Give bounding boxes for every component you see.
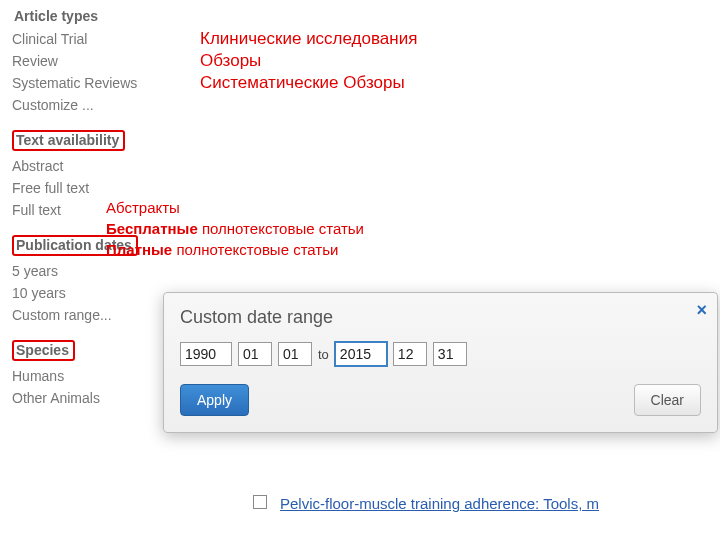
filter-systematic-reviews[interactable]: Systematic Reviews	[12, 72, 172, 94]
annotation-line: Платные полнотекстовые статьи	[106, 239, 364, 260]
apply-button[interactable]: Apply	[180, 384, 249, 416]
result-checkbox[interactable]	[253, 495, 267, 509]
filter-other-animals[interactable]: Other Animals	[12, 387, 172, 409]
filter-humans[interactable]: Humans	[12, 365, 172, 387]
custom-date-range-popup: × Custom date range to Apply Clear	[163, 292, 718, 433]
from-day-input[interactable]	[278, 342, 312, 366]
filter-clinical-trial[interactable]: Clinical Trial	[12, 28, 172, 50]
annotation-line: Абстракты	[106, 197, 364, 218]
filter-free-full-text[interactable]: Free full text	[12, 177, 172, 199]
popup-title: Custom date range	[180, 307, 701, 328]
section-header-text-availability: Text availability	[12, 130, 125, 151]
popup-actions: Apply Clear	[180, 384, 701, 416]
section-header-species: Species	[12, 340, 75, 361]
from-month-input[interactable]	[238, 342, 272, 366]
from-year-input[interactable]	[180, 342, 232, 366]
to-day-input[interactable]	[433, 342, 467, 366]
filter-custom-range[interactable]: Custom range...	[12, 304, 172, 326]
filter-review[interactable]: Review	[12, 50, 172, 72]
section-header-article-types: Article types	[12, 8, 100, 24]
annotation-article-types: Клинические исследования Обзоры Системат…	[200, 28, 417, 94]
result-link[interactable]: Pelvic-floor-muscle training adherence: …	[280, 495, 599, 512]
filter-10-years[interactable]: 10 years	[12, 282, 172, 304]
annotation-line: Систематические Обзоры	[200, 72, 417, 94]
to-year-input[interactable]	[335, 342, 387, 366]
filter-abstract[interactable]: Abstract	[12, 155, 172, 177]
annotation-line: Бесплатные полнотекстовые статьи	[106, 218, 364, 239]
section-article-types: Article types Clinical Trial Review Syst…	[12, 8, 172, 116]
clear-button[interactable]: Clear	[634, 384, 701, 416]
section-species: Species Humans Other Animals	[12, 326, 172, 409]
close-icon[interactable]: ×	[696, 301, 707, 319]
annotation-text-availability: Абстракты Бесплатные полнотекстовые стат…	[106, 197, 364, 260]
date-input-row: to	[180, 342, 701, 366]
to-month-input[interactable]	[393, 342, 427, 366]
annotation-line: Обзоры	[200, 50, 417, 72]
annotation-line: Клинические исследования	[200, 28, 417, 50]
filter-5-years[interactable]: 5 years	[12, 260, 172, 282]
filter-customize[interactable]: Customize ...	[12, 94, 172, 116]
to-label: to	[318, 347, 329, 362]
